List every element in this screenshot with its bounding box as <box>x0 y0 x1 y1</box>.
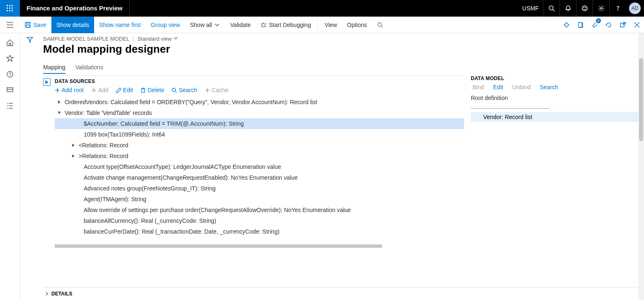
home-icon[interactable] <box>0 35 20 51</box>
tree-node[interactable]: balanceCurPerDate(): Real (_transactionD… <box>55 226 464 237</box>
svg-point-22 <box>262 24 265 27</box>
search-icon[interactable] <box>543 0 559 17</box>
expander-icon[interactable] <box>70 154 76 158</box>
tree-node[interactable]: OrderedVendors: Calculated field = ORDER… <box>55 97 464 107</box>
show-all-button[interactable]: Show all <box>185 17 225 33</box>
workspace-icon[interactable] <box>0 82 20 98</box>
tree-node[interactable]: Account type(OffsetAccountType): LedgerJ… <box>55 161 464 172</box>
tree-node[interactable]: Vendor: Table 'VendTable' records <box>55 107 464 118</box>
expander-icon[interactable] <box>70 144 76 147</box>
attach-badge: 0 <box>596 18 601 23</box>
bind-button: Bind <box>471 84 484 90</box>
tree-node-label: 1099 box(Tax1099Fields): Int64 <box>84 129 165 140</box>
tree-node[interactable]: $AccNumber: Calculated field = TRIM(@.Ac… <box>55 118 464 129</box>
show-all-label: Show all <box>190 22 212 28</box>
tree-node[interactable]: Activate change management(ChangeRequest… <box>55 172 464 183</box>
horizontal-scrollbar[interactable] <box>55 244 464 249</box>
tree-node-label: Advanced notes group(FreeNotesGroup_IT):… <box>84 183 215 194</box>
breadcrumb-sep: | <box>133 36 134 42</box>
tab-validations[interactable]: Validations <box>75 61 103 74</box>
ds-search-label: Search <box>179 87 197 93</box>
delete-button[interactable]: Delete <box>140 87 164 93</box>
tree-node[interactable]: >Relations: Record <box>55 151 464 161</box>
close-icon[interactable] <box>630 17 644 33</box>
chevron-down-icon <box>173 36 178 41</box>
svg-rect-0 <box>7 5 8 6</box>
legal-entity[interactable]: USMF <box>518 5 543 12</box>
svg-rect-25 <box>564 22 569 27</box>
ds-search-button[interactable]: Search <box>172 87 197 93</box>
tree-node-label: balanceCurPerDate(): Real (_transactionD… <box>84 226 279 237</box>
bind-label: Bind <box>472 84 484 90</box>
svg-point-50 <box>172 88 176 91</box>
view-button[interactable]: View <box>320 17 342 33</box>
tree-node[interactable]: <Relations: Record <box>55 140 464 151</box>
svg-point-9 <box>549 6 553 10</box>
svg-marker-54 <box>58 100 61 104</box>
tree-node[interactable]: Advanced notes group(FreeNotesGroup_IT):… <box>55 183 464 194</box>
data-sources-tree[interactable]: OrderedVendors: Calculated field = ORDER… <box>55 97 464 237</box>
vertical-scrollbar[interactable] <box>638 33 644 300</box>
tree-node-label: Allow override of settings per purchase … <box>84 205 351 215</box>
filter-pane-toggle[interactable] <box>20 33 40 300</box>
page-title: Model mapping designer <box>43 43 641 56</box>
office-icon[interactable] <box>574 17 588 33</box>
tree-node[interactable]: balanceAllCurrency(): Real (_currencyCod… <box>55 215 464 226</box>
unbind-label: Unbind <box>512 84 530 90</box>
chevron-down-icon <box>214 22 220 28</box>
root-definition-field[interactable] <box>471 103 550 109</box>
diamond-icon[interactable] <box>559 17 574 33</box>
cmd-search-button[interactable] <box>372 17 388 33</box>
tree-node[interactable]: Agent(ITMAgent): String <box>55 194 464 205</box>
help-icon[interactable] <box>609 0 626 17</box>
svg-line-24 <box>381 26 383 27</box>
start-debugging-button[interactable]: Start Debugging <box>256 17 316 33</box>
expand-data-sources[interactable] <box>43 78 51 86</box>
details-expander[interactable]: DETAILS <box>43 287 641 300</box>
tree-node[interactable]: 1099 box(Tax1099Fields): Int64 <box>55 129 464 140</box>
attach-icon[interactable]: 0 <box>588 17 602 33</box>
data-model-row[interactable]: Vendor: Record list <box>471 112 641 122</box>
group-view-button[interactable]: Group view <box>146 17 185 33</box>
svg-marker-55 <box>58 112 61 114</box>
star-icon[interactable] <box>0 51 20 66</box>
data-sources-title: DATA SOURCES <box>55 78 464 84</box>
smiley-icon[interactable] <box>576 0 593 17</box>
tree-node-label: Vendor: Table 'VendTable' records <box>65 107 152 118</box>
svg-rect-6 <box>7 10 8 11</box>
avatar[interactable]: AD <box>629 2 641 14</box>
gear-icon[interactable] <box>593 0 609 17</box>
svg-rect-7 <box>9 10 10 11</box>
bell-icon[interactable] <box>559 0 576 17</box>
expander-icon[interactable] <box>56 100 62 104</box>
show-details-button[interactable]: Show details <box>51 17 94 33</box>
data-model-title: DATA MODEL <box>471 76 641 81</box>
edit-label: Edit <box>123 87 133 93</box>
unbind-button: Unbind <box>511 84 530 90</box>
tree-node-label: Account type(OffsetAccountType): LedgerJ… <box>84 161 281 172</box>
app-launcher[interactable] <box>0 0 20 17</box>
nav-toggle[interactable] <box>0 17 20 33</box>
dm-search-button[interactable]: Search <box>538 84 558 90</box>
popout-icon[interactable] <box>616 17 630 33</box>
svg-marker-42 <box>46 80 48 84</box>
add-root-button[interactable]: Add root <box>55 87 84 93</box>
save-button[interactable]: Save <box>20 17 51 33</box>
svg-point-15 <box>617 10 618 10</box>
view-picker[interactable]: Standard view <box>138 36 178 42</box>
debug-icon <box>261 22 266 28</box>
show-name-first-button[interactable]: Show name first <box>94 17 145 33</box>
refresh-icon[interactable] <box>602 17 616 33</box>
dm-edit-button[interactable]: Edit <box>491 84 503 90</box>
recent-icon[interactable] <box>0 66 20 82</box>
expander-icon[interactable] <box>56 111 62 115</box>
edit-button[interactable]: Edit <box>116 87 133 93</box>
validate-button[interactable]: Validate <box>225 17 256 33</box>
tree-node[interactable]: Allow override of settings per purchase … <box>55 205 464 215</box>
tab-mapping[interactable]: Mapping <box>43 61 65 74</box>
modules-icon[interactable] <box>0 98 20 114</box>
options-button[interactable]: Options <box>342 17 372 33</box>
tree-node-label: <Relations: Record <box>79 140 128 151</box>
svg-rect-47 <box>142 89 145 93</box>
add-label: Add <box>98 87 109 93</box>
